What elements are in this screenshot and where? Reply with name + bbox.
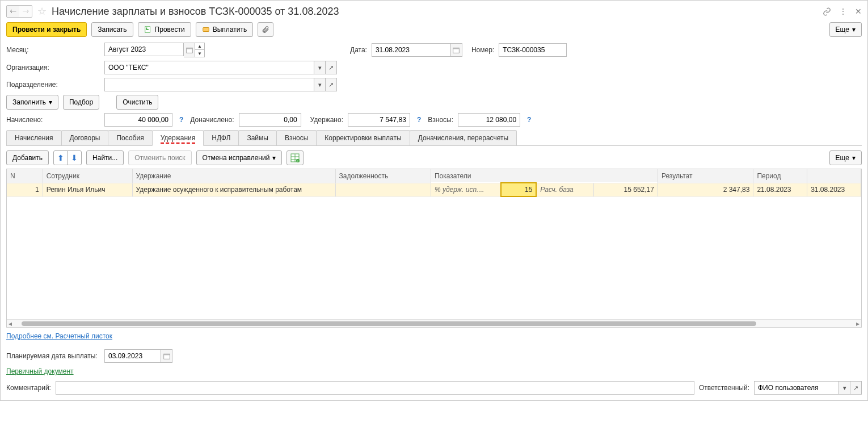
col-employee[interactable]: Сотрудник: [43, 169, 132, 183]
tab-loans[interactable]: Займы: [238, 130, 277, 145]
withheld-value: [348, 113, 410, 127]
cell-period-to[interactable]: 31.08.2023: [807, 183, 861, 196]
cell-period-from[interactable]: 21.08.2023: [753, 183, 807, 196]
move-up-button[interactable]: ⬆: [54, 151, 68, 165]
grid-settings-button[interactable]: +: [286, 150, 304, 165]
scroll-left-icon[interactable]: ◂: [7, 320, 14, 328]
tab-corrections[interactable]: Корректировки выплаты: [316, 130, 410, 145]
chevron-down-icon: ▾: [852, 154, 856, 162]
tab-deductions[interactable]: Удержания: [152, 130, 204, 146]
col-result[interactable]: Результат: [658, 169, 753, 183]
col-indicators[interactable]: Показатели: [431, 169, 658, 183]
help-icon[interactable]: ?: [415, 116, 423, 124]
col-debt[interactable]: Задолженность: [335, 169, 431, 183]
add-accrued-label: Доначислено:: [190, 116, 234, 124]
calendar-icon[interactable]: [184, 43, 195, 57]
chevron-down-icon: ▾: [852, 26, 856, 33]
cell-ind1-value[interactable]: 15: [501, 183, 536, 196]
tab-ndfl[interactable]: НДФЛ: [203, 130, 239, 145]
payslip-link[interactable]: Подробнее см. Расчетный листок: [6, 332, 112, 340]
attach-button[interactable]: [258, 22, 273, 37]
cancel-fix-button[interactable]: Отмена исправлений ▾: [196, 150, 283, 165]
open-icon[interactable]: ↗: [326, 61, 337, 74]
date-input[interactable]: [372, 43, 451, 57]
responsible-input[interactable]: [754, 381, 839, 395]
help-icon[interactable]: ?: [525, 116, 533, 124]
cell-ind1-label: % удерж. исп....: [431, 183, 501, 196]
open-icon[interactable]: ↗: [326, 78, 337, 91]
dept-label: Подразделение:: [6, 81, 100, 89]
arrow-down-icon: ⬇: [71, 153, 78, 162]
tab-contracts[interactable]: Договоры: [61, 130, 109, 145]
payout-date-input[interactable]: [104, 349, 161, 363]
grid-icon: +: [290, 153, 300, 162]
post-button[interactable]: Провести: [138, 22, 191, 37]
pick-button[interactable]: Подбор: [63, 95, 99, 110]
month-up-icon[interactable]: ▲: [195, 43, 204, 50]
cell-employee[interactable]: Репин Илья Ильич: [43, 183, 132, 196]
deductions-table[interactable]: N Сотрудник Удержание Задолженность Пока…: [6, 169, 862, 328]
arrow-up-icon: ⬆: [57, 153, 64, 162]
col-n[interactable]: N: [7, 169, 43, 183]
page-title: Начисление зарплаты и взносов ТСЗК-00003…: [52, 6, 819, 18]
col-period-to[interactable]: [807, 169, 861, 183]
scroll-right-icon[interactable]: ▸: [854, 320, 861, 328]
fill-button[interactable]: Заполнить ▾: [6, 95, 58, 110]
number-input[interactable]: [499, 43, 567, 57]
favorite-star-icon[interactable]: ☆: [36, 5, 48, 18]
month-input[interactable]: [104, 43, 184, 56]
tab-additional[interactable]: Доначисления, перерасчеты: [410, 130, 517, 145]
chevron-down-icon: ▾: [49, 98, 52, 106]
cell-deduction[interactable]: Удержание осужденного к исправительным р…: [132, 183, 335, 196]
close-icon[interactable]: ✕: [855, 7, 862, 16]
add-button[interactable]: Добавить: [6, 150, 49, 165]
horizontal-scrollbar[interactable]: ◂ ▸: [7, 319, 861, 327]
contrib-label: Взносы:: [428, 116, 453, 124]
col-deduction[interactable]: Удержание: [132, 169, 335, 183]
paperclip-icon: [262, 26, 269, 33]
kebab-icon[interactable]: ⋮: [839, 7, 847, 16]
cell-ind2-value[interactable]: 15 652,17: [594, 183, 658, 196]
clear-button[interactable]: Очистить: [116, 95, 158, 110]
cell-result[interactable]: 2 347,83: [658, 183, 753, 196]
cancel-search-button: Отменить поиск: [128, 150, 191, 165]
payout-date-label: Планируемая дата выплаты:: [6, 352, 100, 360]
chevron-down-icon[interactable]: ▾: [314, 61, 326, 74]
month-down-icon[interactable]: ▼: [195, 50, 204, 57]
cell-n[interactable]: 1: [7, 183, 43, 196]
col-period[interactable]: Период: [753, 169, 807, 183]
primary-doc-link[interactable]: Первичный документ: [6, 367, 74, 375]
month-label: Месяц:: [6, 46, 100, 54]
svg-rect-3: [186, 48, 192, 49]
org-input[interactable]: [104, 61, 314, 74]
cell-debt[interactable]: [335, 183, 431, 196]
post-and-close-button[interactable]: Провести и закрыть: [6, 22, 87, 37]
scrollbar-thumb[interactable]: [22, 321, 756, 326]
move-down-button[interactable]: ⬇: [68, 151, 81, 165]
table-row[interactable]: 1 Репин Илья Ильич Удержание осужденного…: [7, 183, 861, 196]
withheld-label: Удержано:: [310, 116, 343, 124]
help-icon[interactable]: ?: [177, 116, 186, 124]
table-more-button[interactable]: Еще ▾: [829, 150, 862, 165]
accrued-label: Начислено:: [6, 116, 100, 124]
nav-forward-button[interactable]: 🡒: [19, 6, 32, 17]
tab-accruals[interactable]: Начисления: [6, 130, 62, 145]
toolbar-more-button[interactable]: Еще ▾: [829, 22, 862, 37]
pay-button[interactable]: Выплатить: [196, 22, 254, 37]
link-icon[interactable]: [823, 7, 831, 16]
calendar-icon[interactable]: [451, 43, 462, 57]
chevron-down-icon[interactable]: ▾: [839, 381, 850, 395]
open-icon[interactable]: ↗: [850, 381, 862, 395]
dept-input[interactable]: [104, 78, 314, 91]
chevron-down-icon[interactable]: ▾: [314, 78, 326, 91]
tab-benefits[interactable]: Пособия: [108, 130, 152, 145]
number-label: Номер:: [471, 46, 494, 54]
nav-back-button[interactable]: 🡐: [7, 6, 19, 17]
calendar-icon[interactable]: [161, 349, 172, 363]
save-button[interactable]: Записать: [91, 22, 133, 37]
responsible-label: Ответственный:: [699, 384, 749, 392]
find-button[interactable]: Найти...: [86, 150, 124, 165]
tab-contrib[interactable]: Взносы: [276, 130, 317, 145]
comment-input[interactable]: [56, 381, 694, 395]
svg-text:+: +: [297, 159, 299, 162]
